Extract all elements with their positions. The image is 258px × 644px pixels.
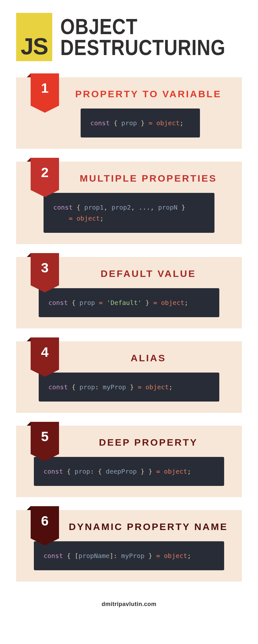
ribbon-fold-icon [27, 337, 31, 341]
section-title-5: DEEP PROPERTY [29, 435, 229, 448]
section-1: 1 PROPERTY TO VARIABLE const { prop } = … [16, 77, 242, 149]
badge-number: 3 [31, 253, 59, 285]
code-block-3: const { prop = 'Default' } = object; [39, 288, 219, 317]
title-line-1: OBJECT [60, 16, 225, 37]
section-3: 3 DEFAULT VALUE const { prop = 'Default'… [16, 257, 242, 328]
page-title: OBJECT DESTRUCTURING [60, 16, 225, 58]
badge-number: 6 [31, 506, 59, 538]
footer-credit: dmitripavlutin.com [16, 601, 242, 608]
badge-4: 4 [31, 337, 59, 370]
ribbon-fold-icon [27, 73, 31, 77]
ribbon-fold-icon [27, 253, 31, 257]
badge-number: 4 [31, 337, 59, 370]
section-title-4: ALIAS [29, 351, 229, 364]
badge-number: 5 [31, 422, 59, 454]
logo-text: JS [21, 35, 48, 58]
code-block-4: const { prop: myProp } = object; [39, 373, 219, 402]
section-4: 4 ALIAS const { prop: myProp } = object; [16, 341, 242, 413]
section-title-2: MULTIPLE PROPERTIES [29, 171, 229, 184]
badge-2: 2 [31, 158, 59, 190]
section-2: 2 MULTIPLE PROPERTIES const { prop1, pro… [16, 162, 242, 244]
section-5: 5 DEEP PROPERTY const { prop: { deepProp… [16, 426, 242, 497]
section-title-3: DEFAULT VALUE [29, 267, 229, 279]
badge-5: 5 [31, 422, 59, 454]
js-logo-icon: JS [16, 13, 52, 61]
code-block-2: const { prop1, prop2, ..., propN } = obj… [44, 193, 214, 233]
code-block-1: const { prop } = object; [81, 109, 200, 137]
section-title-1: PROPERTY TO VARIABLE [29, 87, 229, 99]
section-title-6: DYNAMIC PROPERTY NAME [29, 520, 229, 532]
section-6: 6 DYNAMIC PROPERTY NAME const { [propNam… [16, 510, 242, 582]
ribbon-fold-icon [27, 506, 31, 510]
ribbon-fold-icon [27, 158, 31, 162]
title-line-2: DESTRUCTURING [60, 37, 225, 58]
badge-3: 3 [31, 253, 59, 285]
badge-6: 6 [31, 506, 59, 538]
badge-number: 1 [31, 73, 59, 106]
badge-number: 2 [31, 158, 59, 190]
code-block-6: const { [propName]: myProp } = object; [34, 541, 224, 570]
badge-1: 1 [31, 73, 59, 106]
code-block-5: const { prop: { deepProp } } = object; [34, 457, 224, 486]
header: JS OBJECT DESTRUCTURING [16, 13, 242, 61]
ribbon-fold-icon [27, 422, 31, 426]
